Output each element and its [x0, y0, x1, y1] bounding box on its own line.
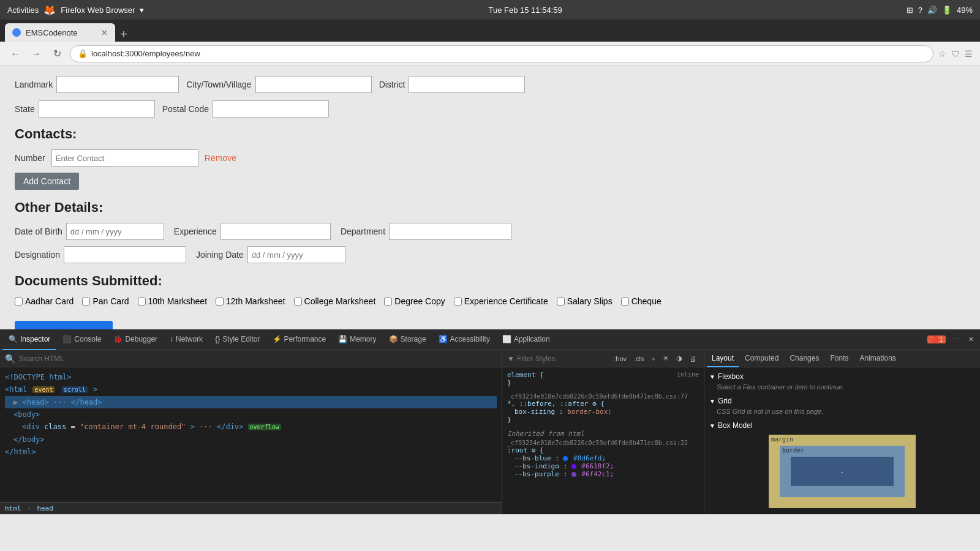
documents-title: Documents Submitted:	[15, 273, 965, 289]
experience-input[interactable]	[221, 223, 331, 240]
color-scheme-btn[interactable]: ☀	[660, 353, 671, 364]
pan-checkbox[interactable]	[82, 298, 90, 305]
address-top-row: Landmark City/Town/Village District	[15, 76, 965, 93]
print-btn[interactable]: 🖨	[687, 354, 699, 364]
tab-inspector[interactable]: 🔍 Inspector	[2, 329, 56, 350]
checkbox-row: Aadhar Card Pan Card 10th Marksheet 12th…	[15, 296, 965, 306]
dob-input[interactable]	[66, 223, 164, 240]
state-input[interactable]	[39, 100, 155, 118]
devtools-more-button[interactable]: ⋯	[948, 334, 962, 345]
checkbox-salary[interactable]: Salary Slips	[557, 296, 612, 306]
details-row-2: Designation Joining Date	[15, 246, 965, 263]
html-div-line[interactable]: <div class = "container mt-4 rounded" > …	[5, 421, 497, 433]
tab-style-editor[interactable]: {} Style Editor	[209, 329, 266, 350]
checkbox-college[interactable]: College Marksheet	[294, 296, 376, 306]
back-button[interactable]: ←	[7, 46, 23, 62]
tab-storage[interactable]: 📦 Storage	[383, 329, 432, 350]
add-contact-button[interactable]: Add Contact	[15, 173, 79, 190]
degree-checkbox[interactable]	[384, 298, 392, 305]
add-style-btn[interactable]: +	[649, 354, 658, 364]
new-tab-button[interactable]: +	[120, 28, 127, 42]
experience-cert-checkbox[interactable]	[454, 298, 462, 305]
universal-hash: _cf93234e018e7cdb8226c0c59afd6fde8b471ec…	[507, 393, 699, 400]
checkbox-degree[interactable]: Degree Copy	[384, 296, 445, 306]
checkbox-pan[interactable]: Pan Card	[82, 296, 129, 306]
cheque-label: Cheque	[631, 296, 662, 306]
city-input[interactable]	[255, 76, 372, 93]
contacts-title: Contacts:	[15, 126, 965, 142]
other-details-section: Other Details: Date of Birth Experience …	[15, 200, 965, 263]
tab-accessibility[interactable]: ♿ Accessibility	[432, 329, 496, 350]
hover-btn[interactable]: :hov	[611, 354, 629, 364]
layout-tab-layout[interactable]: Layout	[707, 350, 739, 367]
html-html-close-line[interactable]: </html>	[5, 446, 497, 458]
department-input[interactable]	[389, 223, 511, 240]
tab-debugger[interactable]: 🐞 Debugger	[107, 329, 164, 350]
html-search-input[interactable]	[19, 354, 497, 363]
cheque-checkbox[interactable]	[621, 298, 629, 305]
menu-icon[interactable]: ☰	[965, 49, 973, 59]
landmark-input[interactable]	[56, 76, 179, 93]
checkbox-10th[interactable]: 10th Marksheet	[138, 296, 208, 306]
salary-checkbox[interactable]	[557, 298, 565, 305]
tab-console[interactable]: ⬛ Console	[56, 329, 107, 350]
cls-btn[interactable]: .cls	[631, 354, 647, 364]
contact-input[interactable]	[51, 149, 198, 167]
checkbox-aadhar[interactable]: Aadhar Card	[15, 296, 74, 306]
debugger-icon: 🐞	[113, 335, 123, 343]
flexbox-title[interactable]: ▼ Flexbox	[709, 372, 975, 381]
postal-input[interactable]	[213, 100, 329, 118]
styles-filter-input[interactable]	[517, 354, 609, 363]
tabbar: EMSCodenote ✕ +	[0, 20, 980, 42]
12th-checkbox[interactable]	[216, 298, 224, 305]
10th-checkbox[interactable]	[138, 298, 146, 305]
devtools-body: 🔍 <!DOCTYPE html> <html event scroll > ▶…	[0, 350, 980, 514]
layout-tab-fonts[interactable]: Fonts	[825, 350, 853, 367]
tab-application[interactable]: ⬜ Application	[496, 329, 556, 350]
joining-input[interactable]	[247, 246, 345, 263]
forward-button[interactable]: →	[28, 46, 44, 62]
tab-network[interactable]: ↕ Network	[164, 329, 209, 350]
joining-field-group: Joining Date	[196, 246, 345, 263]
bookmark-icon[interactable]: ☆	[938, 49, 946, 59]
tab-close-button[interactable]: ✕	[101, 28, 108, 37]
layout-tab-computed[interactable]: Computed	[740, 350, 783, 367]
aadhar-checkbox[interactable]	[15, 298, 23, 305]
10th-label: 10th Marksheet	[148, 296, 208, 306]
titlebar-left: Activities 🦊 Firefox Web Browser ▾	[7, 4, 144, 16]
grid-label: Grid	[718, 397, 732, 405]
postal-label: Postal Code	[162, 104, 209, 114]
refresh-button[interactable]: ↻	[49, 46, 65, 62]
college-checkbox[interactable]	[294, 298, 302, 305]
html-head-line[interactable]: ▶ <head> ··· </head>	[5, 396, 497, 408]
devtools-close-button[interactable]: ✕	[965, 334, 978, 345]
universal-selector: *, ::before, ::after ⚙ {	[507, 400, 605, 408]
browser-name-label: Firefox Web Browser	[61, 6, 135, 15]
console-icon: ⬛	[62, 335, 72, 343]
html-body-open-line[interactable]: <body>	[5, 408, 497, 421]
designation-input[interactable]	[64, 246, 186, 263]
pan-label: Pan Card	[92, 296, 129, 306]
tab-performance[interactable]: ⚡ Performance	[266, 329, 333, 350]
remove-link[interactable]: Remove	[205, 153, 236, 163]
checkbox-cheque[interactable]: Cheque	[621, 296, 662, 306]
html-breadcrumb: html › head	[0, 502, 502, 514]
layout-tab-changes[interactable]: Changes	[785, 350, 824, 367]
grid-title[interactable]: ▼ Grid	[709, 397, 975, 405]
checkbox-12th[interactable]: 12th Marksheet	[216, 296, 285, 306]
url-text[interactable]: localhost:3000/employees/new	[91, 49, 200, 58]
create-employee-button[interactable]: Create Employee	[15, 321, 113, 329]
tab-memory[interactable]: 💾 Memory	[332, 329, 382, 350]
active-tab[interactable]: EMSCodenote ✕	[5, 23, 115, 42]
box-model-title[interactable]: ▼ Box Model	[709, 421, 975, 430]
html-html-line[interactable]: <html event scroll >	[5, 383, 497, 396]
layout-tab-animations[interactable]: Animations	[854, 350, 900, 367]
dark-mode-btn[interactable]: ◑	[674, 353, 685, 364]
district-input[interactable]	[409, 76, 525, 93]
dob-label: Date of Birth	[15, 227, 62, 236]
activities-label[interactable]: Activities	[7, 6, 39, 15]
joining-label: Joining Date	[196, 250, 244, 260]
html-doctype-line[interactable]: <!DOCTYPE html>	[5, 371, 497, 383]
checkbox-experience-cert[interactable]: Experience Certificate	[454, 296, 548, 306]
html-body-close-line[interactable]: </body>	[5, 433, 497, 446]
